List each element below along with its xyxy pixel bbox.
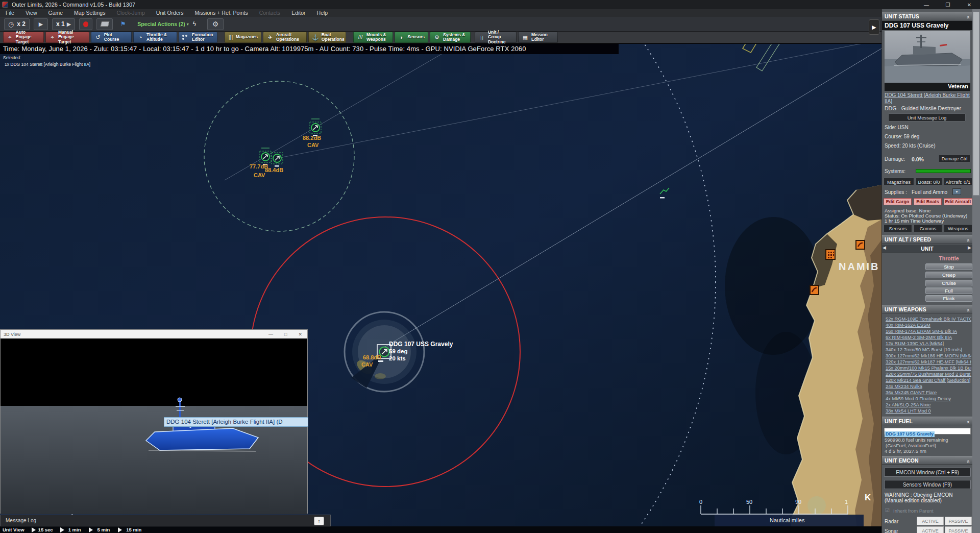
weapons-panel-button[interactable]: Weapons — [944, 224, 972, 232]
auto-engage-target-button[interactable]: ⌖ Auto EngageTarget — [3, 32, 44, 43]
maximize-button[interactable]: ❐ — [937, 0, 959, 9]
weapon-item[interactable]: 12x RUM-139C VLA [Mk54] — [886, 341, 971, 347]
weapon-item[interactable]: 340x 12.7mm/50 MG Burst [10 rnds] — [886, 347, 971, 353]
play-icon[interactable] — [118, 527, 122, 532]
minimize-button[interactable]: — — [916, 0, 937, 9]
boat-operations-button[interactable]: ⚓ BoatOperations — [308, 32, 346, 43]
time-compression-button[interactable]: ◷ x 2 — [4, 18, 30, 30]
menu-view[interactable]: View — [20, 9, 43, 17]
pin-icon[interactable]: » — [964, 239, 972, 242]
step-1min[interactable]: 1 min — [68, 527, 81, 532]
fuel-unit-listbox[interactable]: DDG 107 USS Gravely — [884, 428, 971, 434]
emcon-window-button[interactable]: EMCON Window (Ctrl + F9) — [884, 468, 971, 477]
pin-icon[interactable]: » — [964, 16, 972, 19]
damage-ctrl-button[interactable]: Damage Ctrl — [938, 155, 971, 162]
throttle-cruise-button[interactable]: Cruise — [925, 280, 972, 286]
sidebar-expander-button[interactable]: ▶ — [869, 19, 879, 35]
weapon-item[interactable]: 4x Mk59 Mod 0 Floating Decoy — [886, 396, 971, 402]
play-icon[interactable] — [32, 527, 36, 532]
step-5min[interactable]: 5 min — [97, 527, 110, 532]
menu-game[interactable]: Game — [43, 9, 69, 17]
weapon-item[interactable]: 320x 127mm/62 Mk187 HE-MFF [Mk64 HiC — [886, 359, 971, 365]
step-15min[interactable]: 15 min — [126, 527, 141, 532]
pin-icon[interactable]: » — [964, 309, 972, 312]
eraser-button[interactable] — [96, 18, 113, 30]
menu-missions-ref-points[interactable]: Missions + Ref. Points — [189, 9, 254, 17]
unit-status-header[interactable]: UNIT STATUS» — [882, 12, 972, 20]
edit-boats-button[interactable]: Edit Boats — [914, 198, 942, 205]
play-icon[interactable] — [89, 527, 93, 532]
throttle-flank-button[interactable]: Flank — [925, 295, 972, 302]
throttle-altitude-button[interactable]: ◔ Throttle &Altitude — [133, 32, 177, 43]
unit-message-log-button[interactable]: Unit Message Log — [888, 113, 966, 122]
unit-tab-next[interactable]: ▶ — [968, 245, 971, 250]
systems-damage-button[interactable]: ⚙ Systems &Damage — [430, 32, 471, 43]
menu-unit-orders[interactable]: Unit Orders — [151, 9, 189, 17]
3d-close-button[interactable]: ✕ — [298, 332, 302, 337]
weapon-item[interactable]: 228x 25mm/75 Bushmaster Mod 2 Burst [12 — [886, 371, 971, 377]
menu-editor[interactable]: Editor — [286, 9, 311, 17]
play-button[interactable]: ▶ — [34, 18, 48, 30]
weapon-item[interactable]: 6x RIM-66M-2 SM-2MR Blk IIIA — [886, 334, 971, 341]
weapon-item[interactable]: 38x Mk54 LHT Mod 0 — [886, 408, 971, 414]
weapon-item[interactable]: 40x RIM-162A ESSM — [886, 322, 971, 328]
edit-cargo-button[interactable]: Edit Cargo — [884, 198, 912, 205]
unit-fuel-header[interactable]: UNIT FUEL» — [882, 417, 972, 425]
menu-help[interactable]: Help — [311, 9, 334, 17]
magazines-sidebar-button[interactable]: Magazines — [884, 178, 914, 186]
manual-engage-target-button[interactable]: ⌖ ManualEngage Target — [45, 32, 89, 43]
unit-emcon-header[interactable]: UNIT EMCON» — [882, 456, 972, 465]
radar-active-button[interactable]: ACTIVE — [917, 517, 944, 525]
pin-icon[interactable]: » — [964, 460, 972, 463]
plot-course-button[interactable]: ↺ Plot Course — [91, 32, 132, 43]
settings-button[interactable]: ⚙ — [207, 18, 224, 30]
sonar-active-button[interactable]: ACTIVE — [917, 526, 944, 533]
weapon-item[interactable]: 120x Mk214 Sea Gnat Chaff [Seduction] — [886, 377, 971, 383]
unit-weapons-header[interactable]: UNIT WEAPONS» — [882, 305, 972, 313]
step-button[interactable]: x 1▶ — [52, 18, 75, 30]
supplies-dropdown[interactable]: ▼ — [952, 188, 961, 195]
radar-passive-button[interactable]: PASSIVE — [945, 517, 972, 525]
menu-file[interactable]: File — [0, 9, 20, 17]
play-icon[interactable] — [60, 527, 64, 532]
sensors-button[interactable]: ◗ Sensors — [395, 32, 428, 43]
expand-log-button[interactable]: ↑ — [314, 517, 324, 525]
sonar-passive-button[interactable]: PASSIVE — [945, 526, 972, 533]
comms-panel-button[interactable]: Comms — [914, 224, 942, 232]
3d-view-titlebar[interactable]: 3D View — □ ✕ — [1, 330, 307, 338]
edit-aircraft-button[interactable]: Edit Aircraft — [944, 198, 972, 205]
formation-editor-button[interactable]: FormationEditor — [179, 32, 217, 43]
menu-map-settings[interactable]: Map Settings — [68, 9, 111, 17]
message-log-bar[interactable]: Message Log ↑ — [0, 515, 331, 526]
weapon-item[interactable]: 300x 127mm/62 Mk186 HE-MOFN [Mk64 H — [886, 353, 971, 359]
unit-group-doctrine-button[interactable]: ▯ Unit / GroupDoctrine — [475, 32, 517, 43]
unit-tab[interactable]: UNIT — [882, 246, 972, 252]
magazines-button[interactable]: ||| Magazines — [225, 32, 261, 43]
weapon-item[interactable]: 52x RGM-109E Tomahawk Blk IV TACTOM — [886, 316, 971, 322]
weapon-item[interactable]: 2x AN/SLQ-25A Nixie — [886, 402, 971, 408]
scrollbar-thumb[interactable] — [973, 12, 979, 196]
throttle-full-button[interactable]: Full — [925, 287, 972, 294]
weapon-item[interactable]: 24x Mk234 Nulka — [886, 383, 971, 390]
boats-button[interactable]: Boats: 0/0 — [916, 178, 942, 186]
step-15sec[interactable]: 15 sec — [38, 527, 53, 532]
throttle-creep-button[interactable]: Creep — [925, 272, 972, 278]
weapon-item[interactable]: 16x RIM-174A ERAM SM-6 Blk IA — [886, 328, 971, 334]
special-actions-button[interactable]: Special Actions (2) ▾ ϟ — [133, 18, 200, 30]
sensors-window-button[interactable]: Sensors Window (F9) — [884, 480, 971, 489]
pin-icon[interactable]: » — [964, 421, 972, 424]
record-button[interactable] — [79, 18, 92, 30]
throttle-stop-button[interactable]: Stop — [925, 263, 972, 270]
3d-minimize-button[interactable]: — — [268, 332, 273, 337]
mounts-weapons-button[interactable]: /// Mounts &Weapons — [353, 32, 393, 43]
sensors-panel-button[interactable]: Sensors — [884, 224, 912, 232]
sidebar-scrollbar[interactable] — [972, 9, 980, 533]
unit-class-link[interactable]: DDG 104 Sterett [Arleigh Burke Flight II… — [885, 92, 970, 105]
mission-editor-button[interactable]: ▦ MissionEditor — [518, 32, 558, 43]
weapon-item[interactable]: 36x Mk245 GIANT Flare — [886, 390, 971, 396]
weapon-item[interactable]: 15x 20mm/100 Mk15 Phalanx Blk 1B Burst [ — [886, 365, 971, 371]
close-button[interactable]: ✕ — [959, 0, 980, 9]
unit-alt-speed-header[interactable]: UNIT ALT / SPEED» — [882, 235, 972, 244]
aircraft-button[interactable]: Aircraft: 0/1 — [944, 178, 972, 186]
3d-view-window[interactable]: 3D View — □ ✕ — [0, 329, 308, 514]
